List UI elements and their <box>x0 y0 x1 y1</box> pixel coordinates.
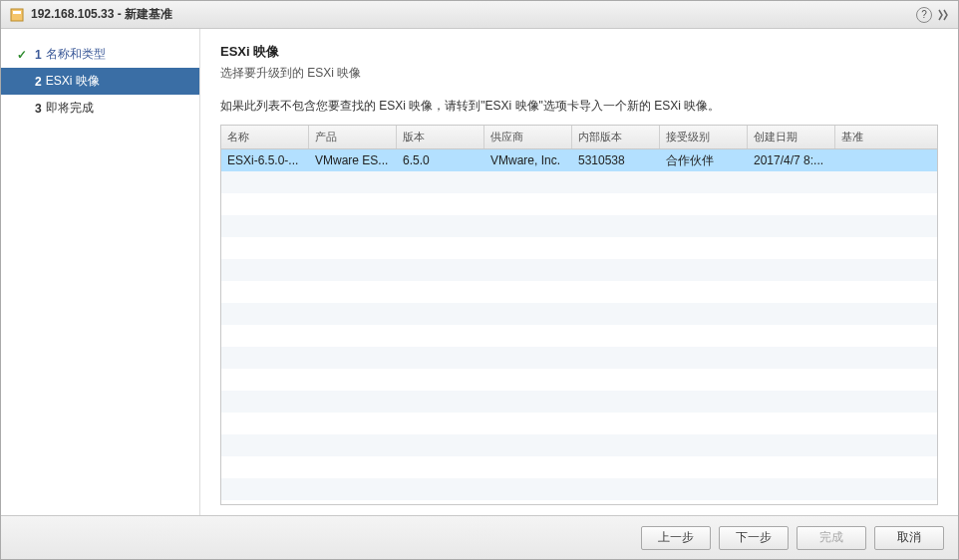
table-cell <box>748 311 835 317</box>
table-cell <box>660 267 748 273</box>
col-build[interactable]: 内部版本 <box>572 126 660 148</box>
table-cell <box>748 201 835 207</box>
table-cell <box>748 442 835 448</box>
table-cell <box>221 464 309 470</box>
help-icon[interactable]: ? <box>916 7 932 23</box>
image-table: 名称 产品 版本 供应商 内部版本 接受级别 创建日期 基准 ESXi-6.5.… <box>220 125 938 505</box>
next-button[interactable]: 下一步 <box>719 526 789 550</box>
table-cell <box>835 420 937 426</box>
table-cell <box>397 179 484 185</box>
table-cell <box>748 355 835 361</box>
table-cell <box>484 223 572 229</box>
col-acceptance[interactable]: 接受级别 <box>660 126 748 148</box>
col-version[interactable]: 版本 <box>397 126 484 148</box>
table-cell <box>309 179 397 185</box>
table-cell <box>484 420 572 426</box>
table-row[interactable] <box>221 391 937 413</box>
table-cell: VMware ES... <box>309 150 397 170</box>
table-row[interactable] <box>221 303 937 325</box>
table-row[interactable] <box>221 478 937 500</box>
table-row[interactable]: ESXi-6.5.0-...VMware ES...6.5.0VMware, I… <box>221 149 937 171</box>
table-cell <box>748 223 835 229</box>
table-cell <box>221 223 309 229</box>
window-title: 192.168.105.33 - 新建基准 <box>31 6 916 23</box>
table-cell: ESXi-6.5.0-... <box>221 150 309 170</box>
titlebar-actions: ? <box>916 7 950 23</box>
table-row[interactable] <box>221 259 937 281</box>
table-cell <box>835 355 937 361</box>
table-cell <box>484 464 572 470</box>
finish-button[interactable]: 完成 <box>797 526 866 550</box>
dialog-footer: 上一步 下一步 完成 取消 <box>1 515 958 559</box>
table-cell <box>660 223 748 229</box>
table-cell <box>660 245 748 251</box>
table-cell <box>397 377 484 383</box>
table-cell <box>309 245 397 251</box>
step-label: ESXi 映像 <box>46 73 100 90</box>
table-row[interactable] <box>221 237 937 259</box>
table-cell <box>309 442 397 448</box>
expand-icon[interactable] <box>936 8 950 22</box>
table-row[interactable] <box>221 500 937 504</box>
table-cell <box>748 399 835 405</box>
table-cell <box>572 223 660 229</box>
col-vendor[interactable]: 供应商 <box>484 126 572 148</box>
col-created[interactable]: 创建日期 <box>748 126 835 148</box>
table-cell <box>484 355 572 361</box>
svg-rect-0 <box>11 9 23 21</box>
svg-rect-1 <box>13 11 21 14</box>
table-row[interactable] <box>221 171 937 193</box>
table-cell: 2017/4/7 8:... <box>748 150 835 170</box>
wizard-step-ready[interactable]: ✓ 3 即将完成 <box>1 95 199 122</box>
table-cell <box>660 289 748 295</box>
table-row[interactable] <box>221 434 937 456</box>
col-baseline[interactable]: 基准 <box>835 126 937 148</box>
table-cell <box>484 442 572 448</box>
col-name[interactable]: 名称 <box>221 126 309 148</box>
table-cell <box>484 179 572 185</box>
table-cell <box>572 486 660 492</box>
table-cell <box>397 442 484 448</box>
cancel-button[interactable]: 取消 <box>874 526 944 550</box>
dialog: 192.168.105.33 - 新建基准 ? ✓ 1 名称和类型 ✓ 2 ES… <box>0 0 959 560</box>
section-description: 如果此列表不包含您要查找的 ESXi 映像，请转到"ESXi 映像"选项卡导入一… <box>220 98 938 115</box>
table-row[interactable] <box>221 413 937 434</box>
table-row[interactable] <box>221 456 937 478</box>
step-number: 3 <box>35 102 42 116</box>
table-cell <box>397 223 484 229</box>
col-product[interactable]: 产品 <box>309 126 397 148</box>
table-cell <box>748 420 835 426</box>
table-cell <box>397 399 484 405</box>
table-row[interactable] <box>221 369 937 391</box>
table-cell <box>748 289 835 295</box>
table-cell <box>572 420 660 426</box>
table-cell <box>660 420 748 426</box>
table-cell <box>572 289 660 295</box>
table-cell <box>309 223 397 229</box>
table-cell <box>484 289 572 295</box>
table-cell <box>397 289 484 295</box>
table-row[interactable] <box>221 193 937 215</box>
dialog-body: ✓ 1 名称和类型 ✓ 2 ESXi 映像 ✓ 3 即将完成 ESXi 映像 选… <box>1 29 958 515</box>
table-row[interactable] <box>221 281 937 303</box>
back-button[interactable]: 上一步 <box>641 526 711 550</box>
table-cell <box>309 267 397 273</box>
table-cell <box>835 267 937 273</box>
table-cell <box>309 311 397 317</box>
table-cell <box>660 311 748 317</box>
table-row[interactable] <box>221 325 937 347</box>
step-number: 1 <box>35 48 42 62</box>
table-cell <box>397 245 484 251</box>
table-cell <box>835 486 937 492</box>
table-cell <box>748 377 835 383</box>
table-cell <box>660 399 748 405</box>
step-label: 即将完成 <box>46 100 94 117</box>
main-panel: ESXi 映像 选择要升级到的 ESXi 映像 如果此列表不包含您要查找的 ES… <box>200 29 958 515</box>
table-row[interactable] <box>221 347 937 369</box>
table-body[interactable]: ESXi-6.5.0-...VMware ES...6.5.0VMware, I… <box>221 149 937 504</box>
wizard-step-esxi-image[interactable]: ✓ 2 ESXi 映像 <box>1 68 199 95</box>
wizard-step-name-type[interactable]: ✓ 1 名称和类型 <box>1 41 199 68</box>
table-row[interactable] <box>221 215 937 237</box>
table-cell <box>572 464 660 470</box>
table-cell <box>835 201 937 207</box>
